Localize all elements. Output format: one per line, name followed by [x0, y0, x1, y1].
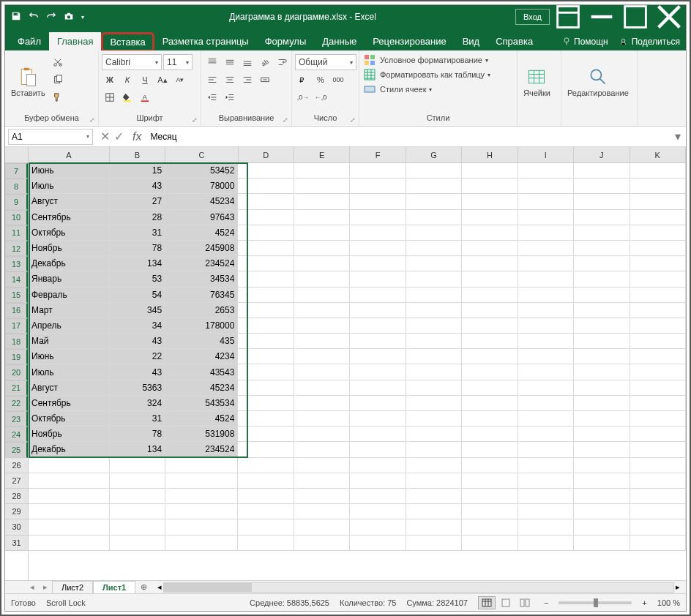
cell[interactable]: Июль — [29, 179, 110, 194]
row-header[interactable]: 21 — [5, 380, 28, 396]
cell[interactable]: 22 — [110, 349, 165, 364]
row-header[interactable]: 17 — [5, 318, 28, 334]
cell[interactable] — [574, 458, 630, 473]
number-format-select[interactable]: Общий▾ — [295, 54, 356, 70]
cell[interactable] — [462, 519, 518, 535]
cell[interactable] — [462, 288, 518, 303]
align-right-icon[interactable] — [239, 72, 255, 88]
cell[interactable] — [518, 380, 574, 396]
cell[interactable]: 5363 — [110, 380, 165, 396]
cell[interactable] — [574, 489, 630, 504]
cell[interactable] — [406, 473, 462, 489]
cell[interactable] — [518, 241, 574, 256]
column-header[interactable]: E — [294, 147, 350, 163]
cell[interactable] — [294, 364, 350, 380]
cell[interactable]: 53452 — [165, 163, 238, 179]
increase-font-icon[interactable]: A▴ — [154, 72, 171, 88]
cell[interactable] — [238, 179, 294, 194]
borders-icon[interactable] — [102, 89, 118, 105]
cell[interactable] — [406, 271, 462, 287]
cell[interactable] — [238, 504, 294, 519]
wrap-text-icon[interactable] — [274, 54, 291, 70]
cell[interactable] — [462, 396, 518, 411]
cell[interactable]: 45234 — [165, 194, 238, 209]
cell[interactable] — [630, 519, 686, 535]
cell[interactable] — [574, 271, 630, 287]
cell[interactable] — [350, 504, 406, 519]
cell[interactable] — [110, 489, 165, 504]
cell[interactable] — [462, 179, 518, 194]
cell[interactable] — [294, 458, 350, 473]
cell[interactable]: 531908 — [165, 427, 238, 442]
sheet-nav-next-icon[interactable]: ▸ — [39, 582, 52, 592]
cell[interactable] — [518, 364, 574, 380]
cell[interactable]: 78000 — [165, 179, 238, 194]
cell[interactable] — [350, 271, 406, 287]
row-header[interactable]: 26 — [5, 458, 28, 473]
cell[interactable]: Октябрь — [29, 411, 110, 427]
cell[interactable] — [238, 334, 294, 349]
cell[interactable] — [238, 473, 294, 489]
cell[interactable]: Январь — [29, 271, 110, 287]
scroll-right-icon[interactable]: ▸ — [676, 582, 680, 592]
indent-dec-icon[interactable] — [204, 89, 220, 105]
cell[interactable]: Июнь — [29, 349, 110, 364]
cell[interactable]: 435 — [165, 334, 238, 349]
cell[interactable] — [630, 349, 686, 364]
cell[interactable] — [294, 380, 350, 396]
tab-review[interactable]: Рецензирование — [365, 32, 454, 50]
cell[interactable] — [518, 473, 574, 489]
undo-icon[interactable] — [29, 11, 39, 23]
cell[interactable] — [110, 504, 165, 519]
cell[interactable] — [29, 473, 110, 489]
cell[interactable] — [350, 194, 406, 209]
cell[interactable] — [350, 225, 406, 241]
cell[interactable] — [238, 427, 294, 442]
cell[interactable] — [165, 458, 238, 473]
cell[interactable] — [630, 442, 686, 457]
cell[interactable] — [406, 442, 462, 457]
cell[interactable] — [574, 210, 630, 225]
orientation-icon[interactable]: ab — [257, 54, 273, 70]
cell[interactable]: 234524 — [165, 256, 238, 271]
cell[interactable] — [238, 303, 294, 318]
cell[interactable]: 31 — [110, 411, 165, 427]
column-header[interactable]: H — [462, 147, 518, 163]
cell[interactable] — [350, 364, 406, 380]
cell[interactable]: 15 — [110, 163, 165, 179]
cell[interactable] — [406, 519, 462, 535]
conditional-formatting-button[interactable]: Условное форматирование▾ — [364, 54, 490, 66]
cell[interactable] — [462, 364, 518, 380]
cell[interactable] — [518, 427, 574, 442]
cell[interactable] — [238, 241, 294, 256]
cell[interactable] — [518, 271, 574, 287]
cell[interactable] — [462, 163, 518, 179]
cell[interactable] — [406, 458, 462, 473]
cell[interactable] — [238, 163, 294, 179]
scroll-left-icon[interactable]: ◂ — [157, 582, 162, 592]
cell[interactable]: 234524 — [165, 442, 238, 457]
cell[interactable] — [630, 489, 686, 504]
tab-home[interactable]: Главная — [49, 32, 101, 50]
cell[interactable] — [350, 303, 406, 318]
cell[interactable] — [518, 349, 574, 364]
cell[interactable] — [574, 411, 630, 427]
cell[interactable] — [294, 179, 350, 194]
cell[interactable] — [630, 241, 686, 256]
italic-button[interactable]: К — [119, 72, 135, 88]
cell[interactable] — [294, 427, 350, 442]
cell[interactable]: 43 — [110, 364, 165, 380]
cell[interactable] — [238, 288, 294, 303]
cell[interactable] — [462, 210, 518, 225]
cell[interactable]: 53 — [110, 271, 165, 287]
cell[interactable] — [630, 303, 686, 318]
cell[interactable] — [294, 396, 350, 411]
cell[interactable]: 4524 — [165, 225, 238, 241]
cell[interactable] — [238, 519, 294, 535]
cell[interactable] — [574, 349, 630, 364]
cell[interactable] — [518, 504, 574, 519]
cell[interactable] — [518, 179, 574, 194]
cell[interactable] — [574, 256, 630, 271]
cell[interactable] — [350, 519, 406, 535]
row-header[interactable]: 20 — [5, 364, 28, 380]
